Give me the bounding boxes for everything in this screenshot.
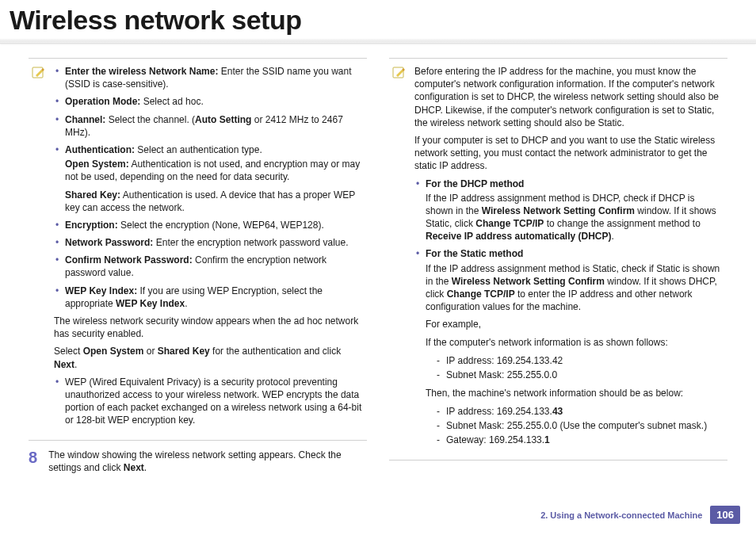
note-icon (32, 65, 46, 79)
list-item: Operation Mode: Select ad hoc. (54, 95, 364, 108)
left-column: Enter the wireless Network Name: Enter t… (29, 58, 367, 474)
paragraph: If your computer is set to DHCP and you … (414, 134, 724, 173)
right-column: Before entering the IP address for the m… (389, 58, 727, 474)
list-item: Channel: Select the channel. (Auto Setti… (54, 113, 364, 139)
title-divider (0, 39, 756, 44)
example-computer-list: IP address: 169.254.133.42 Subnet Mask: … (437, 353, 724, 382)
list-item: Confirm Network Password: Confirm the en… (54, 254, 364, 279)
step-text: The window showing the wireless network … (48, 449, 367, 474)
list-item: Subnet Mask: 255.255.0.0 (437, 368, 724, 382)
list-item: For the DHCP method If the IP address as… (414, 178, 724, 243)
list-item: WEP (Wired Equivalent Privacy) is a secu… (54, 376, 364, 427)
step-number: 8 (29, 449, 37, 474)
list-item: WEP Key Index: If you are using WEP Encr… (54, 285, 364, 310)
note-body-left: Enter the wireless Network Name: Enter t… (54, 65, 364, 432)
note-block-right: Before entering the IP address for the m… (389, 58, 727, 460)
paragraph: Before entering the IP address for the m… (414, 65, 724, 129)
list-item: Enter the wireless Network Name: Enter t… (54, 65, 364, 90)
chapter-label: 2. Using a Network-connected Machine (540, 510, 702, 520)
page-footer: 2. Using a Network-connected Machine 106 (540, 506, 740, 524)
list-item: For the Static method If the IP address … (414, 247, 724, 447)
page-number: 106 (710, 506, 740, 524)
note-body-right: Before entering the IP address for the m… (414, 65, 724, 452)
list-item: Subnet Mask: 255.255.0.0 (Use the comput… (437, 418, 724, 433)
list-item: Network Password: Enter the encryption n… (54, 236, 364, 249)
list-item: IP address: 169.254.133.42 (437, 353, 724, 368)
list-item: Gateway: 169.254.133.1 (437, 433, 724, 447)
note-block-left: Enter the wireless Network Name: Enter t… (29, 58, 367, 441)
content-columns: Enter the wireless Network Name: Enter t… (0, 58, 756, 474)
example-machine-list: IP address: 169.254.133.43 Subnet Mask: … (437, 404, 724, 447)
list-item: Encryption: Select the encryption (None,… (54, 219, 364, 231)
page-title: Wireless network setup (10, 5, 756, 36)
step-8: 8 The window showing the wireless networ… (29, 449, 367, 474)
paragraph: Select Open System or Shared Key for the… (54, 345, 364, 370)
list-item: IP address: 169.254.133.43 (437, 404, 724, 418)
note-icon (392, 65, 407, 79)
paragraph: The wireless network security window app… (54, 315, 364, 340)
list-item: Authentication: Select an authentication… (54, 143, 364, 214)
